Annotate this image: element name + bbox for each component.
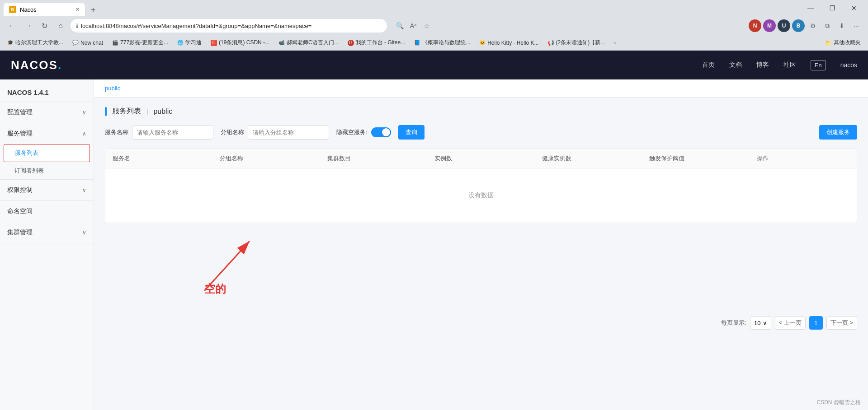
search-icon[interactable]: 🔍 <box>394 20 405 31</box>
breadcrumb-public[interactable]: public <box>105 85 120 92</box>
ext-black-icon[interactable]: U <box>778 19 790 32</box>
ext-more-icon[interactable]: ··· <box>850 19 863 32</box>
table-empty-state: 没有数据 <box>105 168 857 223</box>
group-name-input[interactable] <box>248 125 329 140</box>
bookmark-more[interactable]: › <box>610 38 619 47</box>
sidebar-service-label: 服务管理 <box>7 130 33 138</box>
query-button[interactable]: 查询 <box>398 125 425 140</box>
home-button[interactable]: ⌂ <box>54 19 67 32</box>
new-tab-button[interactable]: + <box>87 4 99 16</box>
sidebar-section-auth: 权限控制 ∨ <box>0 180 94 201</box>
sidebar-config-header[interactable]: 配置管理 ∨ <box>0 102 94 123</box>
hide-empty-field: 隐藏空服务: <box>336 127 391 137</box>
bookmark-xuexitong[interactable]: 🌐 学习通 <box>174 37 205 48</box>
favorites-icon[interactable]: ☆ <box>421 20 432 31</box>
bookmark-gitee[interactable]: G 我的工作台 - Gitee... <box>344 37 409 48</box>
group-name-label: 分组名称 <box>221 128 244 136</box>
next-page-button[interactable]: 下一页 > <box>826 316 857 330</box>
sidebar-section-config: 配置管理 ∨ <box>0 102 94 123</box>
nav-home[interactable]: 首页 <box>702 61 715 69</box>
bookmark-csdn[interactable]: C (19条消息) CSDN -... <box>207 37 273 48</box>
bookmark-icon: 🎓 <box>7 40 14 46</box>
ext-split-icon[interactable]: ⧉ <box>821 19 834 32</box>
logo-dot: . <box>58 58 62 72</box>
watermark: CSDN @暗雪之格 <box>816 399 861 406</box>
sidebar-service-header[interactable]: 服务管理 ∧ <box>0 123 94 144</box>
ext-settings-icon[interactable]: ⚙ <box>807 19 819 32</box>
sidebar-cluster-label: 集群管理 <box>7 228 33 237</box>
ext-blue-icon[interactable]: B <box>792 19 805 32</box>
address-input[interactable]: ℹ localhost:8848/nacos/#/serviceManageme… <box>71 19 387 33</box>
sidebar-auth-header[interactable]: 权限控制 ∨ <box>0 180 94 200</box>
bookmark-haolin[interactable]: 📹 郝斌老师C语言入门... <box>275 37 342 48</box>
refresh-button[interactable]: ↻ <box>38 19 51 32</box>
hide-empty-toggle[interactable] <box>371 127 391 137</box>
bookmark-harbin[interactable]: 🎓 哈尔滨理工大学教... <box>4 37 67 48</box>
back-button[interactable]: ← <box>5 19 18 32</box>
browser-extensions: N M U B ⚙ ⧉ ⬇ ··· <box>749 19 863 32</box>
sidebar-item-service-list[interactable]: 服务列表 <box>4 144 90 162</box>
bookmark-folder[interactable]: 📁 其他收藏夹 <box>821 37 864 48</box>
breadcrumb-bar: public <box>94 79 868 98</box>
chevron-up-icon: ∧ <box>82 130 86 137</box>
bookmark-label: (2条未读通知)【新... <box>556 39 605 47</box>
service-name-input[interactable] <box>132 125 213 140</box>
sidebar-config-label: 配置管理 <box>7 108 33 116</box>
prev-page-button[interactable]: < 上一页 <box>775 316 806 330</box>
sidebar-section-cluster: 集群管理 ∨ <box>0 222 94 243</box>
title-divider <box>105 107 107 116</box>
tab-favicon: N <box>9 6 16 13</box>
address-bar: ← → ↻ ⌂ ℹ localhost:8848/nacos/#/service… <box>0 16 868 35</box>
user-name[interactable]: nacos <box>840 61 857 69</box>
sidebar-namespace-label: 命名空间 <box>7 207 33 215</box>
pagination-bar: 每页显示: 10 ∨ < 上一页 1 下一页 > <box>105 316 857 330</box>
group-name-field: 分组名称 <box>221 125 329 140</box>
bookmark-new-chat[interactable]: 💬 New chat <box>69 38 107 47</box>
sidebar-item-subscriber-list[interactable]: 订阅者列表 <box>0 162 94 179</box>
current-page-button[interactable]: 1 <box>809 316 823 330</box>
page-size-select[interactable]: 10 ∨ <box>750 316 771 330</box>
bookmark-kitty[interactable]: 🐱 Hello Kitty - Hello K... <box>476 38 542 47</box>
page-namespace: public <box>153 107 172 116</box>
annotation-arrow <box>186 228 277 300</box>
active-tab[interactable]: N Nacos × <box>4 3 85 16</box>
language-button[interactable]: En <box>811 60 826 70</box>
ext-download-icon[interactable]: ⬇ <box>835 19 848 32</box>
address-icons: 🔍 Aᵃ ☆ <box>394 20 432 31</box>
sidebar-namespace-header[interactable]: 命名空间 <box>0 201 94 222</box>
bookmark-notify[interactable]: 📢 (2条未读通知)【新... <box>544 37 609 48</box>
nav-blog[interactable]: 博客 <box>756 61 769 69</box>
bookmark-icon: 📹 <box>278 40 285 46</box>
url-text: localhost:8848/nacos/#/serviceManagement… <box>81 23 311 29</box>
service-name-field: 服务名称 <box>105 125 213 140</box>
minimize-button[interactable]: — <box>800 1 821 15</box>
ext-red-icon[interactable]: N <box>749 19 761 32</box>
search-bar: 服务名称 分组名称 隐藏空服务: 查 <box>105 125 857 140</box>
th-operations: 操作 <box>750 149 857 168</box>
th-healthy-count: 健康实例数 <box>535 149 642 168</box>
bookmark-prob[interactable]: 📘 《概率论与数理统... <box>410 37 474 48</box>
nav-community[interactable]: 社区 <box>783 61 796 69</box>
service-name-label: 服务名称 <box>105 128 128 136</box>
tab-label: Nacos <box>20 6 72 13</box>
bookmarks-bar: 🎓 哈尔滨理工大学教... 💬 New chat 🎬 777影视-更新更全...… <box>0 35 868 51</box>
annotation-text: 空的 <box>204 283 226 295</box>
empty-text: 没有数据 <box>468 191 494 200</box>
forward-button[interactable]: → <box>22 19 34 32</box>
tab-close-button[interactable]: × <box>75 6 80 13</box>
ext-purple-icon[interactable]: M <box>763 19 776 32</box>
th-protect-threshold: 触发保护阈值 <box>642 149 749 168</box>
bookmark-777[interactable]: 🎬 777影视-更新更全... <box>108 37 172 48</box>
create-service-button[interactable]: 创建服务 <box>819 125 857 140</box>
sidebar-cluster-header[interactable]: 集群管理 ∨ <box>0 222 94 243</box>
page-title-bar: 服务列表 | public <box>105 107 857 116</box>
nav-docs[interactable]: 文档 <box>729 61 742 69</box>
th-instance-count: 实例数 <box>427 149 534 168</box>
page-title: 服务列表 <box>112 107 141 116</box>
maximize-button[interactable]: ❐ <box>822 1 843 15</box>
content-body: 服务列表 | public 服务名称 分组名称 <box>94 98 868 339</box>
th-cluster-count: 集群数目 <box>320 149 427 168</box>
close-button[interactable]: ✕ <box>844 1 864 15</box>
bookmark-label: Hello Kitty - Hello K... <box>487 40 538 46</box>
read-mode-icon[interactable]: Aᵃ <box>408 20 419 31</box>
